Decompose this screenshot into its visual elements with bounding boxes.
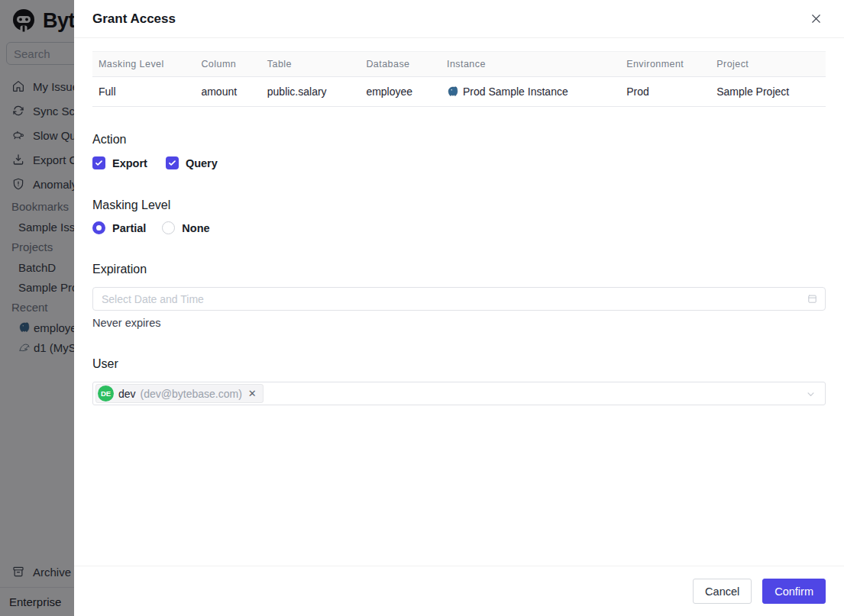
user-tag: DE dev (dev@bytebase.com) ✕ xyxy=(95,384,264,403)
postgres-icon xyxy=(447,85,459,98)
query-checkbox-option[interactable]: Query xyxy=(166,156,218,169)
modal-footer: Cancel Confirm xyxy=(74,566,844,616)
user-section-label: User xyxy=(92,356,826,372)
col-header-database: Database xyxy=(360,52,441,77)
avatar: DE xyxy=(98,385,114,402)
grant-summary-table: Masking Level Column Table Database Inst… xyxy=(92,51,826,107)
expiration-section-label: Expiration xyxy=(92,262,826,277)
cell-instance: Prod Sample Instance xyxy=(441,77,620,107)
remove-user-icon[interactable]: ✕ xyxy=(248,389,257,398)
user-name: dev xyxy=(118,388,136,400)
cell-database: employee xyxy=(360,77,441,107)
export-checkbox-option[interactable]: Export xyxy=(92,156,147,169)
action-section-label: Action xyxy=(92,132,826,147)
grant-access-modal: Grant Access Masking Level Column Table … xyxy=(74,0,844,616)
col-header-environment: Environment xyxy=(620,52,710,77)
export-checkbox-label: Export xyxy=(112,157,147,169)
col-header-instance: Instance xyxy=(441,52,620,77)
radio-selected-icon[interactable] xyxy=(92,221,105,234)
col-header-column: Column xyxy=(195,52,260,77)
none-radio-option[interactable]: None xyxy=(162,221,209,234)
cell-environment: Prod xyxy=(620,77,710,107)
query-checkbox-label: Query xyxy=(186,157,218,169)
modal-header: Grant Access xyxy=(74,0,844,38)
checkbox-checked-icon[interactable] xyxy=(166,156,179,169)
col-header-project: Project xyxy=(710,52,826,77)
modal-dim-overlay[interactable] xyxy=(0,0,74,616)
partial-radio-label: Partial xyxy=(112,222,146,234)
none-radio-label: None xyxy=(182,222,209,234)
radio-unselected-icon[interactable] xyxy=(162,221,175,234)
cell-masking-level: Full xyxy=(92,77,195,107)
close-icon[interactable] xyxy=(807,10,824,27)
checkbox-checked-icon[interactable] xyxy=(92,156,105,169)
chevron-down-icon xyxy=(805,389,817,400)
col-header-masking-level: Masking Level xyxy=(92,52,195,77)
modal-title: Grant Access xyxy=(92,11,176,27)
expiration-date-input[interactable] xyxy=(92,287,826,311)
cell-project: Sample Project xyxy=(710,77,826,107)
cancel-button[interactable]: Cancel xyxy=(693,579,752,604)
user-select[interactable]: DE dev (dev@bytebase.com) ✕ xyxy=(92,382,826,405)
expiration-hint: Never expires xyxy=(92,317,826,329)
confirm-button[interactable]: Confirm xyxy=(762,579,826,604)
partial-radio-option[interactable]: Partial xyxy=(92,221,146,234)
col-header-table: Table xyxy=(261,52,361,77)
cell-table: public.salary xyxy=(261,77,361,107)
table-header-row: Masking Level Column Table Database Inst… xyxy=(92,52,826,77)
instance-name: Prod Sample Instance xyxy=(463,85,568,98)
user-email: (dev@bytebase.com) xyxy=(141,388,242,400)
table-row: Full amount public.salary employee Prod … xyxy=(92,77,826,107)
cell-column: amount xyxy=(195,77,260,107)
masking-level-section-label: Masking Level xyxy=(92,198,826,213)
